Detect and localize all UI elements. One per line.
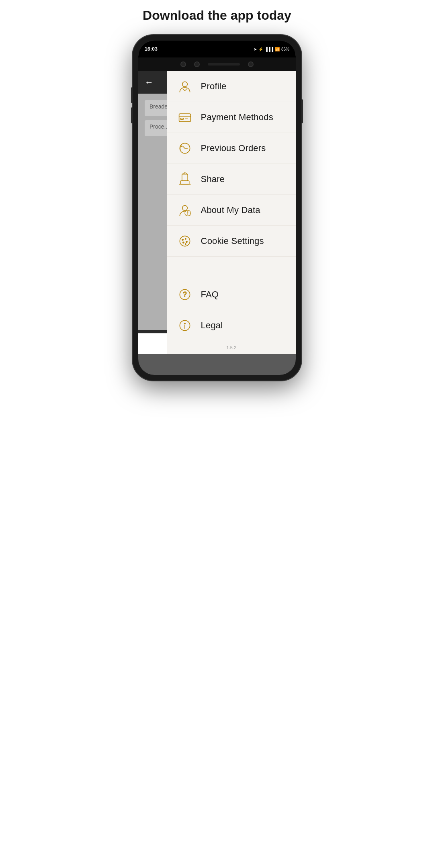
svg-point-19 (185, 244, 186, 245)
svg-point-15 (182, 239, 183, 241)
svg-rect-3 (180, 118, 183, 120)
screen-content: ← Breade... Proce... Payment T... C... (138, 71, 296, 354)
location-icon: ➤ (254, 47, 257, 51)
svg-point-23 (184, 323, 185, 324)
power-button (301, 99, 303, 123)
clock: 16:03 (145, 46, 158, 52)
drawer-menu: Profile (167, 71, 296, 279)
version-text: 1.5.2 (167, 341, 296, 354)
svg-rect-6 (182, 174, 187, 180)
profile-icon (177, 78, 193, 94)
svg-point-12 (187, 212, 188, 213)
menu-item-profile[interactable]: Profile (167, 71, 296, 102)
svg-point-10 (182, 205, 187, 211)
menu-label-about-my-data: About My Data (201, 205, 260, 215)
phone-mockup: 16:03 ➤ ⚡ ▐▐▐ 📶 86% (133, 35, 301, 381)
menu-item-share[interactable]: Share (167, 164, 296, 195)
camera-lens-3 (248, 61, 254, 67)
speaker (208, 63, 240, 66)
menu-label-legal: Legal (201, 320, 223, 331)
svg-rect-1 (179, 114, 190, 122)
phone-screen: 16:03 ➤ ⚡ ▐▐▐ 📶 86% (138, 41, 296, 375)
battery: 86% (281, 47, 289, 51)
svg-point-18 (186, 241, 187, 243)
svg-point-0 (182, 82, 187, 87)
vol-down-button (131, 107, 133, 123)
payment-methods-icon (177, 109, 193, 125)
svg-point-16 (185, 238, 186, 240)
legal-icon (177, 317, 193, 334)
menu-label-faq: FAQ (201, 289, 219, 300)
share-icon (177, 171, 193, 187)
bluetooth-icon: ⚡ (258, 47, 263, 51)
menu-item-previous-orders[interactable]: Previous Orders (167, 133, 296, 164)
signal-icon: ▐▐▐ (265, 47, 273, 51)
menu-item-payment-methods[interactable]: Payment Methods (167, 102, 296, 133)
previous-orders-icon (177, 140, 193, 156)
wifi-icon: 📶 (275, 47, 280, 51)
svg-point-17 (182, 242, 184, 244)
page-title: Download the app today (127, 8, 307, 23)
side-drawer: Profile (167, 71, 296, 354)
faq-icon: ? (177, 287, 193, 303)
svg-text:?: ? (183, 291, 186, 298)
camera-lens-1 (180, 61, 186, 67)
back-arrow-icon: ← (145, 77, 154, 88)
about-my-data-icon (177, 202, 193, 218)
menu-item-faq[interactable]: ? FAQ (167, 279, 296, 310)
menu-label-share: Share (201, 174, 225, 184)
menu-item-about-my-data[interactable]: About My Data (167, 195, 296, 226)
menu-label-payment-methods: Payment Methods (201, 112, 273, 123)
menu-item-cookie-settings[interactable]: Cookie Settings (167, 226, 296, 257)
drawer-bottom: ? FAQ (167, 279, 296, 354)
camera-bar (138, 57, 296, 71)
menu-label-profile: Profile (201, 81, 227, 92)
svg-rect-9 (180, 181, 189, 184)
menu-label-previous-orders: Previous Orders (201, 143, 266, 154)
camera-lens-2 (194, 61, 200, 67)
menu-item-legal[interactable]: Legal (167, 310, 296, 341)
cookie-settings-icon (177, 233, 193, 249)
status-bar: 16:03 ➤ ⚡ ▐▐▐ 📶 86% (138, 41, 296, 57)
menu-label-cookie-settings: Cookie Settings (201, 236, 264, 246)
phone-frame: 16:03 ➤ ⚡ ▐▐▐ 📶 86% (133, 35, 301, 381)
status-icons: ➤ ⚡ ▐▐▐ 📶 86% (254, 47, 289, 51)
svg-point-14 (180, 236, 190, 246)
vol-up-button (131, 87, 133, 103)
